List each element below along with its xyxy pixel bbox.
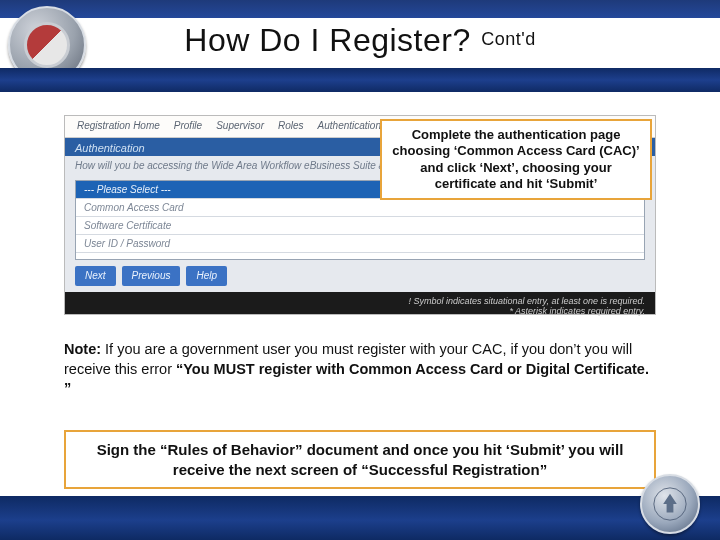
footer-line: * Asterisk indicates required entry. xyxy=(75,306,645,316)
note-text: Note: If you are a government user you m… xyxy=(64,340,656,399)
title-suffix: Cont'd xyxy=(481,29,535,49)
screenshot-footer: ! Symbol indicates situational entry, at… xyxy=(65,292,655,314)
slide-title: How Do I Register? Cont'd xyxy=(0,22,720,59)
select-option: Software Certificate xyxy=(76,217,644,235)
tab-item: Profile xyxy=(174,120,202,137)
tab-item: Supervisor xyxy=(216,120,264,137)
title-main: How Do I Register? xyxy=(184,22,470,58)
dod-seal-right xyxy=(640,474,700,534)
select-option: Common Access Card xyxy=(76,199,644,217)
footer-band xyxy=(0,496,720,540)
callout-instruction-top: Complete the authentication page choosin… xyxy=(380,119,652,200)
top-accent-bar xyxy=(0,0,720,18)
help-button-image: Help xyxy=(186,266,227,286)
select-option: User ID / Password xyxy=(76,235,644,253)
title-underline-band xyxy=(0,68,720,92)
footer-line: ! Symbol indicates situational entry, at… xyxy=(75,296,645,306)
tab-item: Registration Home xyxy=(77,120,160,137)
next-button-image: Next xyxy=(75,266,116,286)
previous-button-image: Previous xyxy=(122,266,181,286)
callout-instruction-bottom: Sign the “Rules of Behavior” document an… xyxy=(64,430,656,489)
tab-item: Roles xyxy=(278,120,304,137)
note-lead: Note: xyxy=(64,341,105,357)
screenshot-buttons: Next Previous Help xyxy=(65,266,655,292)
eagle-icon xyxy=(653,487,687,521)
tab-item: Authentication xyxy=(318,120,381,137)
